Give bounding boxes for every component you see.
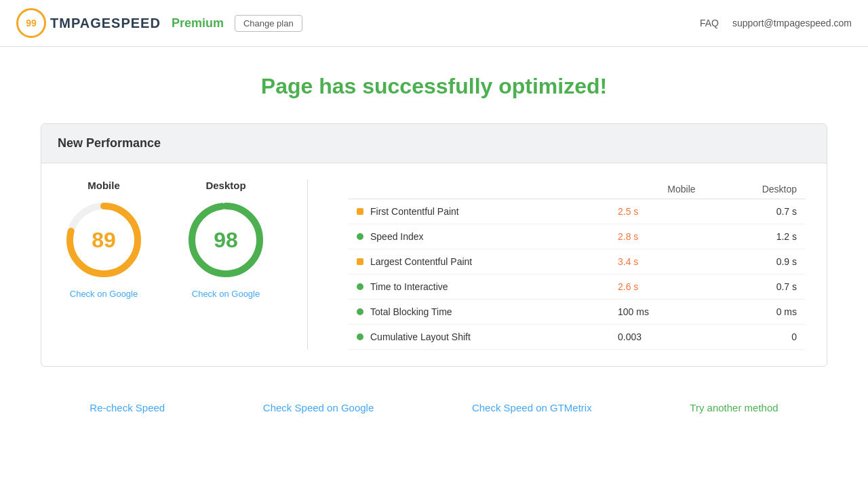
metric-dot <box>357 208 363 215</box>
desktop-col-header: Desktop <box>704 180 805 199</box>
metric-desktop-val: 1.2 s <box>704 224 805 249</box>
metric-row: Speed Index 2.8 s 1.2 s <box>349 224 805 249</box>
desktop-score-num: 98 <box>214 228 238 253</box>
desktop-score-col: Desktop 98 Check on Google <box>185 180 267 299</box>
mobile-label: Mobile <box>87 180 120 191</box>
logo-text: TMPAGESPEED <box>50 16 161 31</box>
metric-row: Total Blocking Time 100 ms 0 ms <box>349 300 805 325</box>
desktop-label: Desktop <box>205 180 245 191</box>
performance-title: New Performance <box>58 136 161 150</box>
metric-desktop-val: 0.9 s <box>704 249 805 274</box>
metric-name: First Contentful Paint <box>370 206 459 217</box>
performance-header: New Performance <box>41 124 827 163</box>
page-title: Page has successfully optimized! <box>41 74 827 99</box>
metric-desktop-val: 0.7 s <box>704 199 805 224</box>
metric-mobile-val: 2.6 s <box>610 274 704 300</box>
metric-desktop-val: 0 ms <box>704 300 805 325</box>
logo-number: 99 <box>26 18 37 28</box>
faq-link[interactable]: FAQ <box>700 18 719 28</box>
header: 99 TMPAGESPEED Premium Change plan FAQ s… <box>0 0 868 47</box>
performance-body: Mobile 89 Check on Google Desktop <box>41 163 827 366</box>
metric-dot <box>357 233 363 240</box>
premium-label: Premium <box>172 16 224 30</box>
metric-mobile-val: 0.003 <box>610 325 704 350</box>
metric-name-cell: Total Blocking Time <box>349 300 610 325</box>
metric-name-cell: Cumulative Layout Shift <box>349 325 610 350</box>
metric-name-cell: Time to Interactive <box>349 274 610 300</box>
metric-mobile-val: 2.5 s <box>610 199 704 224</box>
metric-dot <box>357 258 363 265</box>
metric-row: First Contentful Paint 2.5 s 0.7 s <box>349 199 805 224</box>
metrics-section: Mobile Desktop First Contentful Paint 2.… <box>349 180 805 350</box>
support-email: support@tmpagespeed.com <box>732 18 852 28</box>
metric-mobile-val: 2.8 s <box>610 224 704 249</box>
scores-section: Mobile 89 Check on Google Desktop <box>63 180 267 350</box>
metric-name-cell: First Contentful Paint <box>349 199 610 224</box>
logo-badge: 99 <box>16 8 46 38</box>
metrics-table: Mobile Desktop First Contentful Paint 2.… <box>349 180 805 350</box>
main-content: Page has successfully optimized! New Per… <box>0 47 868 447</box>
desktop-check-google-link[interactable]: Check on Google <box>192 289 260 299</box>
metric-row: Cumulative Layout Shift 0.003 0 <box>349 325 805 350</box>
footer-link-0[interactable]: Re-check Speed <box>90 402 165 413</box>
footer-link-2[interactable]: Check Speed on GTMetrix <box>472 402 592 413</box>
metric-desktop-val: 0.7 s <box>704 274 805 300</box>
metric-row: Largest Contentful Paint 3.4 s 0.9 s <box>349 249 805 274</box>
mobile-score-num: 89 <box>92 228 116 253</box>
performance-card: New Performance Mobile 89 Check on Googl… <box>41 123 827 367</box>
metric-dot <box>357 333 363 340</box>
mobile-check-google-link[interactable]: Check on Google <box>70 289 138 299</box>
desktop-circle: 98 <box>185 199 267 281</box>
footer-link-3[interactable]: Try another method <box>690 402 778 413</box>
metric-mobile-val: 100 ms <box>610 300 704 325</box>
metric-name: Speed Index <box>370 231 424 242</box>
metric-name: Time to Interactive <box>370 281 448 292</box>
metric-name-cell: Speed Index <box>349 224 610 249</box>
header-right: FAQ support@tmpagespeed.com <box>700 18 852 28</box>
metric-dot <box>357 308 363 315</box>
metric-dot <box>357 283 363 290</box>
metric-name: Cumulative Layout Shift <box>370 331 471 342</box>
footer-links: Re-check SpeedCheck Speed on GoogleCheck… <box>41 388 827 420</box>
metric-mobile-val: 3.4 s <box>610 249 704 274</box>
metric-desktop-val: 0 <box>704 325 805 350</box>
metric-name-cell: Largest Contentful Paint <box>349 249 610 274</box>
mobile-col-header: Mobile <box>610 180 704 199</box>
header-left: 99 TMPAGESPEED Premium Change plan <box>16 8 302 38</box>
metric-name: Total Blocking Time <box>370 306 452 317</box>
change-plan-button[interactable]: Change plan <box>235 15 302 32</box>
logo: 99 TMPAGESPEED <box>16 8 161 38</box>
divider <box>307 180 308 350</box>
footer-link-1[interactable]: Check Speed on Google <box>263 402 374 413</box>
metric-col-header <box>349 180 610 199</box>
mobile-score-col: Mobile 89 Check on Google <box>63 180 144 299</box>
metric-row: Time to Interactive 2.6 s 0.7 s <box>349 274 805 300</box>
metric-name: Largest Contentful Paint <box>370 256 472 267</box>
mobile-circle: 89 <box>63 199 144 281</box>
